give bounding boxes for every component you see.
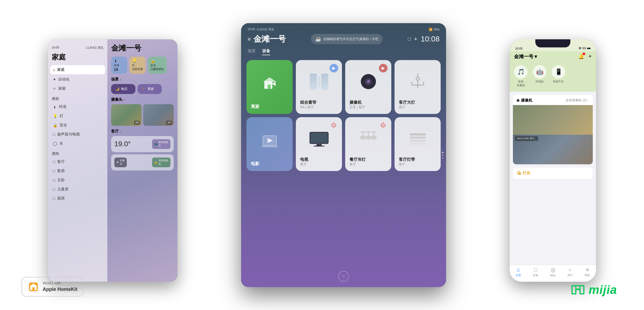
camera-thumb-2[interactable]: 3秒 (143, 104, 174, 126)
center-tabs: 场景 设备 (241, 46, 446, 57)
sidebar-item-environment[interactable]: 🌡 环境 (48, 102, 107, 112)
env-label: 环境19 (114, 64, 119, 71)
iphone-notch (535, 39, 570, 47)
sidebar-item-lights[interactable]: 💡 灯 (48, 112, 107, 121)
movie-label: 电影 (251, 161, 288, 167)
room-devices: 📺 索尼电视关 (152, 139, 170, 149)
quick-action-supplies[interactable]: 📱 耗材不足 (552, 65, 565, 87)
environment-icon: 🌡 (53, 105, 57, 109)
sidebar-item-explore[interactable]: ✧ 探索 (48, 84, 107, 93)
sidebar-item-security[interactable]: 🔒 安全 (48, 121, 107, 130)
svg-marker-2 (263, 77, 276, 82)
sidebar-item-kitchen[interactable]: □ 厨房 (48, 194, 107, 203)
quick-action-vacuum[interactable]: 🤖 扫地机 (533, 65, 546, 87)
room-icon-4: □ (53, 187, 55, 191)
room-system-card[interactable]: ❄ 空调关 🔒 安防系统关 (111, 154, 174, 170)
nav-mine-icon: ≡ (586, 267, 589, 273)
dining-lamp-power-button[interactable]: ⏻ (379, 121, 388, 130)
sidebar-item-home[interactable]: ⌂ 家庭 (50, 65, 105, 74)
side-navigation-dots (442, 152, 443, 158)
tab-device[interactable]: 设备 (262, 48, 270, 55)
sidebar-item-automation[interactable]: ✦ 自动化 (48, 75, 107, 84)
camera-item-2[interactable]: 2021/11/06 周六... (513, 135, 593, 164)
nav-devices[interactable]: □ 设备 (533, 267, 538, 277)
tv-power-button[interactable]: ⏻ (330, 121, 338, 130)
left-main: 金滩一号 🌡 环境19 💡 灯全部关着 🔒 安全已解除锁定 (107, 39, 177, 282)
sidebar-item-kids[interactable]: □ 儿童房 (48, 185, 107, 194)
speaker-label: 音箱未播放 (517, 80, 525, 87)
sidebar-item-water[interactable]: ◯ 水 (48, 139, 107, 148)
curtain-play-button[interactable]: ▶ (330, 64, 338, 72)
camera-play-button[interactable]: ▶ (379, 64, 388, 72)
nav-mine[interactable]: ≡ 我的 (585, 267, 590, 277)
mijia-icon-svg (570, 284, 586, 296)
homekit-badge: Works with Apple HomeKit (22, 277, 83, 297)
tab-scene[interactable]: 场景 (248, 48, 256, 55)
ipad-center: 10:08 11月4日 周五 📶 95% ≡ 金滩一号 ☕ 在咖啡的香气中开启元… (241, 23, 446, 287)
center-controls: □ + 10:08 (408, 35, 440, 43)
nav-shop[interactable]: ◎ 精品 (550, 267, 556, 277)
movie-icon (262, 134, 278, 148)
save-icon[interactable]: □ (408, 36, 411, 42)
add-icon[interactable]: + (414, 36, 417, 43)
add-device-icon[interactable]: + (588, 53, 592, 60)
light-section-iphone[interactable]: 🌤 灯光 (513, 168, 593, 179)
svg-marker-4 (272, 82, 276, 86)
home-icon: ⌂ (53, 68, 55, 72)
ac-device[interactable]: ❄ 空调关 (114, 158, 127, 167)
security-device-icon: 🔒 (154, 161, 157, 164)
tv-label: 电视 (300, 157, 338, 162)
room-cards: 19.0° 📺 索尼电视关 ❄ 空调关 (111, 136, 174, 170)
camera-thumbnail-1 (513, 105, 593, 135)
center-home-title: ≡ 金滩一号 (248, 34, 286, 45)
camera-item-1[interactable] (513, 105, 593, 135)
security-status-card[interactable]: 🔒 安全已解除锁定 (148, 57, 167, 74)
quick-action-speaker[interactable]: 🎵 音箱未播放 (514, 65, 527, 87)
tv-device[interactable]: 📺 索尼电视关 (152, 139, 170, 149)
dining-lamp-label: 餐厅吊灯 (350, 157, 387, 162)
room-icon-2: □ (53, 169, 55, 173)
notification-message: ☕ 在咖啡的香气中开启元气满满的一天吧 (311, 34, 383, 44)
security-device[interactable]: 🔒 安防系统关 (152, 158, 170, 167)
svg-point-25 (366, 136, 371, 140)
home-indicator[interactable]: ○ (338, 271, 349, 282)
card-strip-light[interactable]: 客厅灯带 客厅 (395, 117, 441, 171)
env-status-card[interactable]: 🌡 环境19 (111, 57, 127, 74)
center-date: 11月4日 周五 (257, 27, 274, 32)
sidebar-item-speaker[interactable]: □ 扬声器与电视 (48, 130, 107, 139)
card-ceiling-light[interactable]: 客厅大灯 客厅 (395, 60, 441, 114)
left-date: 11月4日 周五 (86, 46, 104, 50)
camera-thumb-1[interactable]: 4秒 (111, 104, 142, 126)
svg-rect-20 (314, 146, 324, 147)
scenes-header: 场景 › (111, 77, 174, 82)
sidebar-item-living[interactable]: □ 客厅 (48, 157, 107, 166)
walk-icon: 🚶 (142, 87, 146, 91)
mijia-logo: mijia (570, 283, 617, 297)
security-label: 安全已解除锁定 (150, 64, 164, 71)
nav-home-label: 主页 (516, 273, 521, 277)
homekit-svg (29, 283, 38, 291)
sidebar-item-guest[interactable]: □ 客房 (48, 166, 107, 176)
camera-time-2: 3秒 (166, 121, 172, 125)
card-tv[interactable]: ⏻ 电视 客厅 (296, 117, 342, 171)
card-dining-lamp[interactable]: ⏻ 餐厅吊灯 客厅 (345, 117, 391, 171)
card-movie[interactable]: 电影 (246, 117, 293, 171)
nav-devices-icon: □ (534, 267, 537, 273)
card-leave-home[interactable]: 离家 (246, 60, 293, 114)
notification-bell-icon[interactable]: 🔔 (578, 54, 584, 60)
scene-leave[interactable]: 🚶 离家 (138, 84, 162, 94)
nav-home[interactable]: ⌂ 主页 (516, 267, 521, 277)
scene-wanan[interactable]: 🌙 晚安 (111, 84, 135, 94)
room-temp-card[interactable]: 19.0° 📺 索尼电视关 (111, 136, 174, 152)
camera-section-title: 摄像机 (517, 98, 532, 103)
light-status-card[interactable]: 💡 灯全部关着 (129, 57, 146, 74)
card-camera[interactable]: ▶ 摄像机 正常 | 客厅 (345, 60, 391, 114)
nav-user-icon: ○ (568, 267, 572, 273)
nav-user[interactable]: ○ 用户 (567, 267, 573, 277)
nav-shop-label: 精品 (550, 274, 556, 277)
sidebar-item-master[interactable]: □ 主卧 (48, 176, 107, 185)
card-curtain[interactable]: ▶ 组合窗帘 0% | 客厅 (296, 60, 342, 114)
chevron-right-icon-3: › (120, 129, 121, 134)
strip-light-svg (408, 131, 427, 147)
nav-shop-icon: ◎ (551, 267, 555, 273)
